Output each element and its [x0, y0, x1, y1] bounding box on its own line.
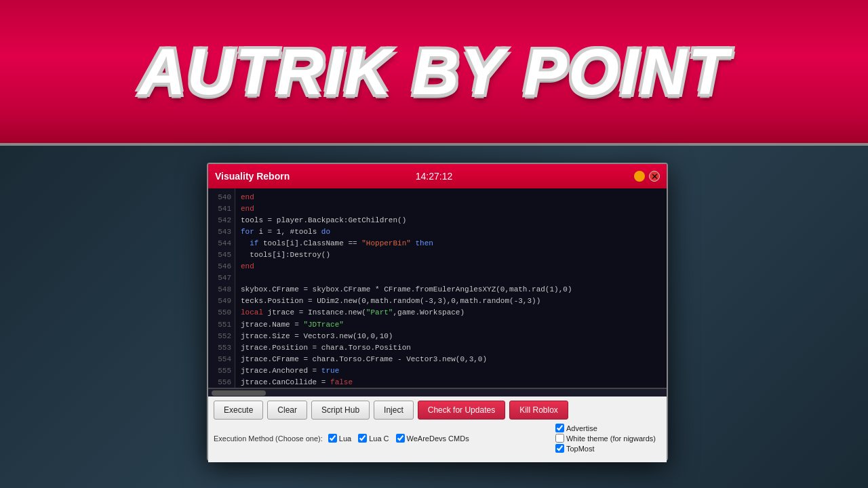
wad-checkbox-item[interactable]: WeAreDevs CMDs	[396, 434, 469, 443]
kill-roblox-button[interactable]: Kill Roblox	[509, 401, 568, 420]
execute-button[interactable]: Execute	[214, 401, 263, 420]
execution-left: Execution Method (Choose one): Lua Lua C…	[214, 434, 475, 443]
banner: AUTRIK BY POINT	[0, 0, 868, 146]
line-numbers: 540 541 542 543 544 545 546 547 548 549 …	[208, 188, 235, 388]
topmost-label: TopMost	[566, 445, 595, 453]
title-bar: Visuality Reborn 14:27:12 ✕	[208, 164, 667, 188]
advertise-label: Advertise	[566, 424, 597, 432]
execution-row: Execution Method (Choose one): Lua Lua C…	[214, 424, 661, 453]
lua-label: Lua	[339, 434, 351, 443]
window-time: 14:27:12	[416, 171, 453, 182]
execution-label: Execution Method (Choose one):	[214, 434, 323, 443]
topmost-checkbox[interactable]	[555, 444, 564, 453]
luac-checkbox-item[interactable]: Lua C	[358, 434, 389, 443]
window-controls: ✕	[634, 171, 660, 182]
lua-checkbox-item[interactable]: Lua	[328, 434, 351, 443]
wad-label: WeAreDevs CMDs	[407, 434, 469, 443]
minimize-button[interactable]	[634, 171, 645, 182]
scrollbar-horizontal[interactable]	[208, 388, 667, 396]
white-theme-checkbox-item[interactable]: White theme (for nigwards)	[555, 434, 656, 443]
check-updates-button[interactable]: Check for Updates	[418, 401, 505, 420]
execution-right: Advertise White theme (for nigwards) Top…	[555, 424, 661, 453]
white-theme-checkbox[interactable]	[555, 434, 564, 443]
bottom-controls: Execute Clear Script Hub Inject Check fo…	[208, 396, 667, 462]
white-theme-label: White theme (for nigwards)	[566, 434, 656, 443]
window-title: Visuality Reborn	[215, 171, 290, 182]
button-row: Execute Clear Script Hub Inject Check fo…	[214, 401, 661, 420]
banner-title: AUTRIK BY POINT	[139, 35, 730, 109]
lua-checkbox[interactable]	[328, 434, 337, 443]
close-button[interactable]: ✕	[649, 171, 660, 182]
clear-button[interactable]: Clear	[267, 401, 307, 420]
app-window: Visuality Reborn 14:27:12 ✕ 540 541 542 …	[207, 163, 668, 461]
inject-button[interactable]: Inject	[374, 401, 414, 420]
script-hub-button[interactable]: Script Hub	[311, 401, 370, 420]
wad-checkbox[interactable]	[396, 434, 405, 443]
code-editor[interactable]: 540 541 542 543 544 545 546 547 548 549 …	[208, 188, 667, 388]
luac-label: Lua C	[369, 434, 389, 443]
advertise-checkbox-item[interactable]: Advertise	[555, 424, 656, 432]
advertise-checkbox[interactable]	[555, 424, 564, 432]
luac-checkbox[interactable]	[358, 434, 367, 443]
scrollbar-h-thumb[interactable]	[212, 390, 266, 396]
right-checkboxes: Advertise White theme (for nigwards) Top…	[555, 424, 661, 453]
topmost-checkbox-item[interactable]: TopMost	[555, 444, 656, 453]
code-lines: end end tools = player.Backpack:GetChild…	[235, 188, 667, 388]
